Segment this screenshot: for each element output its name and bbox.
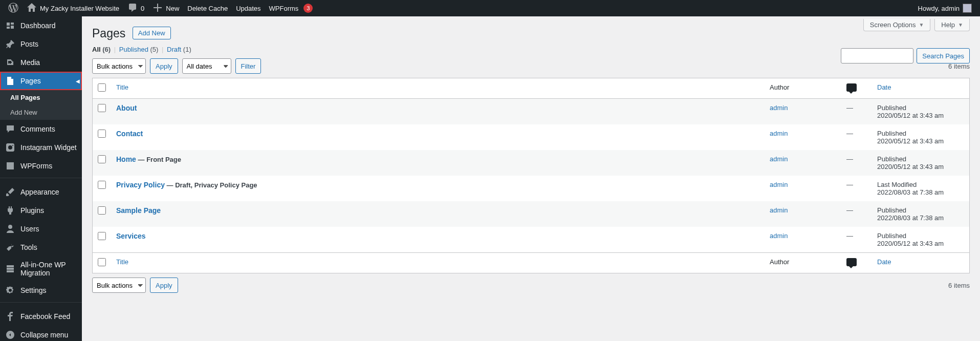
date-value: 2020/05/12 at 3:43 am bbox=[877, 112, 944, 119]
add-new-button[interactable]: Add New bbox=[133, 27, 171, 39]
col-date-foot[interactable]: Date bbox=[872, 252, 969, 273]
search-input[interactable] bbox=[841, 48, 913, 63]
post-state: — Draft, Privacy Policy Page bbox=[165, 181, 257, 189]
page-title-link[interactable]: Contact bbox=[116, 130, 143, 138]
col-title-foot[interactable]: Title bbox=[111, 252, 765, 273]
sidebar-item-tools[interactable]: Tools bbox=[0, 238, 82, 257]
screen-options-button[interactable]: Screen Options▼ bbox=[863, 19, 931, 31]
table-row: Aboutadmin—Published2020/05/12 at 3:43 a… bbox=[93, 99, 969, 124]
comments-count: — bbox=[846, 130, 853, 137]
row-checkbox[interactable] bbox=[98, 104, 106, 112]
dashboard-icon bbox=[5, 20, 15, 31]
date-value: 2020/05/12 at 3:43 am bbox=[877, 137, 944, 145]
new-content[interactable]: New bbox=[148, 0, 183, 16]
table-row: Contactadmin—Published2020/05/12 at 3:43… bbox=[93, 124, 969, 150]
author-link[interactable]: admin bbox=[770, 104, 788, 112]
col-title[interactable]: Title bbox=[111, 78, 765, 99]
wp-logo[interactable] bbox=[4, 0, 23, 16]
instagram-icon bbox=[5, 142, 15, 153]
user-icon bbox=[5, 224, 15, 234]
filter-published[interactable]: Published (5) bbox=[119, 46, 159, 53]
apply-button-bottom[interactable]: Apply bbox=[150, 278, 178, 293]
pin-icon bbox=[5, 39, 15, 49]
site-name[interactable]: My Zacky Installer Website bbox=[23, 0, 123, 16]
page-title-link[interactable]: Services bbox=[116, 232, 146, 240]
col-date[interactable]: Date bbox=[872, 78, 969, 99]
filter-draft[interactable]: Draft (1) bbox=[167, 46, 191, 53]
col-comments-foot[interactable] bbox=[841, 252, 872, 273]
date-status: Published bbox=[877, 155, 906, 163]
page-title-link[interactable]: Sample Page bbox=[116, 206, 161, 215]
sidebar-item-collapse-menu[interactable]: Collapse menu bbox=[0, 326, 82, 341]
sidebar-item-appearance[interactable]: Appearance bbox=[0, 183, 82, 201]
sidebar-item-dashboard[interactable]: Dashboard bbox=[0, 16, 82, 35]
sidebar-item-media[interactable]: Media bbox=[0, 53, 82, 72]
page-title-link[interactable]: About bbox=[116, 104, 137, 112]
submenu-item-all-pages[interactable]: All Pages bbox=[0, 90, 82, 105]
wordpress-icon bbox=[8, 3, 18, 14]
author-link[interactable]: admin bbox=[770, 155, 788, 163]
search-button[interactable]: Search Pages bbox=[917, 48, 970, 63]
date-filter-select[interactable]: All dates bbox=[182, 58, 231, 74]
status-filters: All (6) | Published (5) | Draft (1) bbox=[92, 46, 970, 53]
brush-icon bbox=[5, 187, 15, 197]
sidebar-item-plugins[interactable]: Plugins bbox=[0, 201, 82, 220]
sidebar-item-instagram-widget[interactable]: Instagram Widget bbox=[0, 138, 82, 157]
select-all-checkbox[interactable] bbox=[98, 83, 106, 92]
plus-icon bbox=[153, 3, 163, 14]
author-link[interactable]: admin bbox=[770, 181, 788, 188]
sidebar-item-settings[interactable]: Settings bbox=[0, 281, 82, 300]
sidebar-item-wpforms[interactable]: WPForms bbox=[0, 157, 82, 175]
date-status: Published bbox=[877, 130, 906, 137]
comments-count: — bbox=[846, 232, 853, 240]
comments-count: — bbox=[846, 206, 853, 214]
page-title-link[interactable]: Home bbox=[116, 155, 136, 163]
filter-button[interactable]: Filter bbox=[235, 58, 262, 74]
post-state: — Front Page bbox=[136, 156, 181, 163]
search-box: Search Pages bbox=[841, 48, 970, 63]
col-comments[interactable] bbox=[841, 78, 872, 99]
wpforms-icon bbox=[5, 161, 15, 171]
comment-icon bbox=[5, 124, 15, 134]
apply-button[interactable]: Apply bbox=[150, 58, 178, 74]
admin-sidebar: DashboardPostsMediaPages◀All PagesAdd Ne… bbox=[0, 16, 82, 341]
author-link[interactable]: admin bbox=[770, 232, 788, 240]
delete-cache[interactable]: Delete Cache bbox=[183, 0, 232, 16]
sidebar-item-label: Facebook Feed bbox=[20, 312, 70, 321]
sidebar-item-label: Users bbox=[20, 225, 39, 233]
sidebar-item-label: Posts bbox=[20, 40, 38, 48]
sidebar-item-facebook-feed[interactable]: Facebook Feed bbox=[0, 307, 82, 326]
sidebar-item-pages[interactable]: Pages◀ bbox=[0, 72, 82, 90]
author-link[interactable]: admin bbox=[770, 206, 788, 214]
bulk-actions-select-bottom[interactable]: Bulk actions bbox=[92, 278, 146, 293]
filter-all[interactable]: All (6) bbox=[92, 46, 111, 53]
my-account[interactable]: Howdy, admin bbox=[914, 0, 976, 16]
submenu-item-add-new[interactable]: Add New bbox=[0, 105, 82, 120]
page-title: Pages bbox=[92, 22, 125, 40]
row-checkbox[interactable] bbox=[98, 155, 106, 163]
sidebar-submenu: All PagesAdd New bbox=[0, 90, 82, 120]
comments-link[interactable]: 0 bbox=[123, 0, 148, 16]
sidebar-item-label: Comments bbox=[20, 125, 55, 133]
sidebar-item-all-in-one-wp-migration[interactable]: All-in-One WP Migration bbox=[0, 257, 82, 281]
sidebar-item-posts[interactable]: Posts bbox=[0, 35, 82, 53]
date-value: 2022/08/03 at 7:38 am bbox=[877, 214, 944, 222]
page-title-link[interactable]: Privacy Policy bbox=[116, 181, 165, 189]
row-checkbox[interactable] bbox=[98, 206, 106, 215]
updates-link[interactable]: Updates bbox=[232, 0, 265, 16]
date-status: Published bbox=[877, 232, 906, 240]
author-link[interactable]: admin bbox=[770, 130, 788, 137]
sidebar-item-label: Media bbox=[20, 58, 40, 67]
sidebar-item-label: Collapse menu bbox=[20, 331, 68, 339]
select-all-checkbox-bottom[interactable] bbox=[98, 258, 106, 266]
comments-count: 0 bbox=[141, 5, 144, 12]
row-checkbox[interactable] bbox=[98, 232, 106, 240]
collapse-icon bbox=[5, 330, 15, 340]
row-checkbox[interactable] bbox=[98, 181, 106, 189]
sidebar-item-comments[interactable]: Comments bbox=[0, 120, 82, 138]
bulk-actions-select[interactable]: Bulk actions bbox=[92, 58, 146, 74]
row-checkbox[interactable] bbox=[98, 130, 106, 138]
help-button[interactable]: Help▼ bbox=[934, 19, 970, 31]
wpforms-link[interactable]: WPForms3 bbox=[265, 0, 317, 16]
sidebar-item-users[interactable]: Users bbox=[0, 220, 82, 238]
